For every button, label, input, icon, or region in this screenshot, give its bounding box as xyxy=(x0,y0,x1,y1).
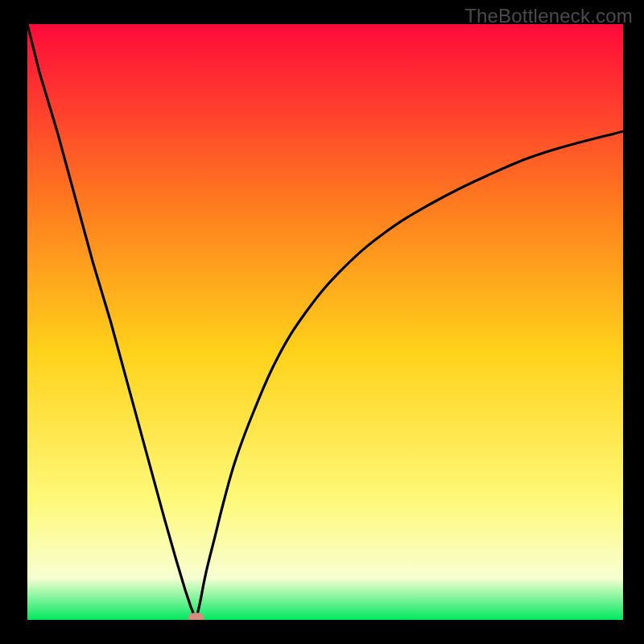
bottleneck-chart xyxy=(27,24,623,620)
gradient-background xyxy=(27,24,623,620)
chart-frame: TheBottleneck.com xyxy=(0,0,644,644)
watermark-text: TheBottleneck.com xyxy=(464,5,633,27)
